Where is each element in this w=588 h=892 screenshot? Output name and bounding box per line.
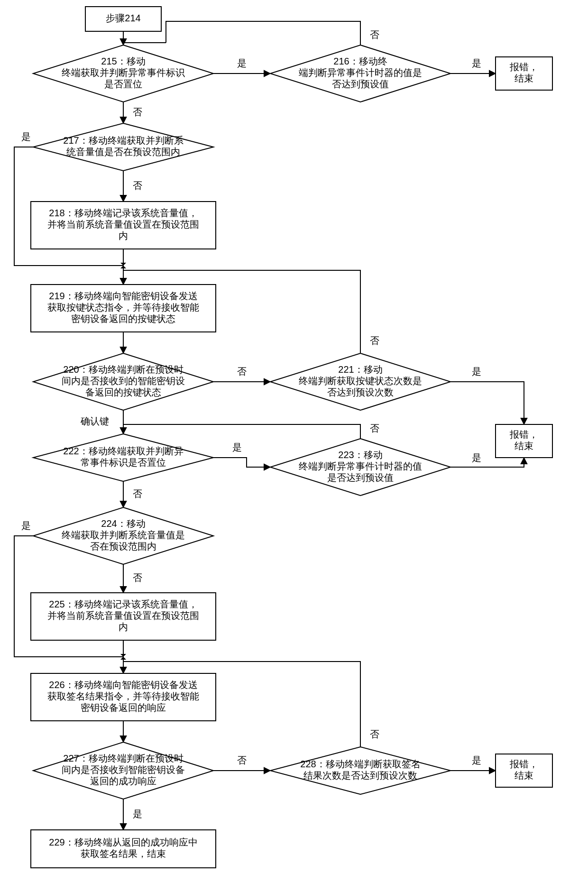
flow-text-n228-line1: 结果次数是否达到预设次数	[303, 770, 417, 781]
flow-edge-label-20: 否	[133, 488, 142, 499]
flow-text-n224-line1: 终端获取并判断系统音量值是	[62, 530, 185, 540]
flow-text-n217-line0: 217：移动终端获取并判断系	[63, 135, 183, 146]
flow-edge-label-6: 是	[21, 131, 31, 142]
flow-text-n218-line1: 并将当前系统音量值设置在预设范围	[47, 219, 199, 230]
flow-text-n219-line1: 获取按键状态指令，并等待接收智能	[47, 302, 199, 313]
flow-edge-label-7: 否	[133, 180, 142, 191]
flow-edge-label-21: 是	[21, 520, 31, 531]
flow-edge-label-1: 是	[237, 58, 247, 68]
flow-text-n221-line2: 否达到预设次数	[327, 387, 394, 397]
flow-text-n220-line0: 220：移动终端判断在预设时	[63, 364, 183, 375]
flow-edge-label-30: 是	[133, 809, 142, 819]
flow-edge-label-16: 是	[232, 442, 242, 452]
flow-edge-label-5: 否	[133, 107, 142, 117]
flow-text-n222-line1: 常事件标识是否置位	[81, 457, 166, 468]
flow-edge-label-27: 是	[472, 755, 481, 765]
flow-text-n215-line2: 是否置位	[104, 79, 142, 89]
flow-text-n218-line2: 内	[119, 230, 128, 241]
flow-text-n216-line0: 216：移动终	[333, 56, 387, 66]
flow-text-n224-line0: 224：移动	[101, 518, 145, 529]
flow-text-n216-line1: 端判断异常事件计时器的值是	[299, 67, 422, 78]
flow-text-err1-line1: 结束	[514, 73, 533, 83]
flow-text-n220-line2: 备返回的按键状态	[85, 387, 161, 397]
flow-text-n223-line2: 是否达到预设值	[327, 472, 394, 483]
flow-edge-label-17: 是	[472, 452, 481, 463]
flow-text-n229-line1: 获取签名结果，结束	[81, 848, 166, 859]
flow-text-n225-line0: 225：移动终端记录该系统音量值，	[49, 599, 197, 609]
flow-text-n225-line1: 并将当前系统音量值设置在预设范围	[47, 610, 199, 621]
flow-text-n227-line1: 间内是否接收到智能密钥设备	[62, 764, 185, 775]
flow-text-n225-line2: 内	[119, 622, 128, 632]
flow-edge-label-2: 是	[472, 58, 481, 68]
flow-edge-label-26: 否	[237, 755, 247, 765]
flow-text-n229-line0: 229：移动终端从返回的成功响应中	[49, 837, 197, 847]
flow-edge-3	[166, 21, 360, 45]
flow-text-n219-line0: 219：移动终端向智能密钥设备发送	[49, 291, 197, 301]
flow-text-n216-line2: 否达到预设值	[332, 79, 389, 89]
flow-edge-17	[450, 458, 524, 467]
flow-text-n214-line0: 步骤214	[106, 13, 140, 23]
flow-text-n215-line1: 终端获取并判断异常事件标识	[62, 67, 185, 78]
flow-text-n219-line2: 密钥设备返回的按键状态	[71, 313, 175, 324]
flow-text-n217-line1: 统音量值是否在预设范围内	[66, 147, 180, 157]
flow-text-n226-line2: 密钥设备返回的响应	[81, 702, 166, 713]
flow-edge-label-13: 否	[370, 335, 379, 346]
flow-text-n224-line2: 否在预设范围内	[90, 541, 156, 552]
flow-text-n227-line2: 返回的成功响应	[90, 776, 156, 786]
flow-edge-label-18: 否	[370, 423, 379, 433]
flow-edge-label-22: 否	[133, 572, 142, 583]
flow-edge-label-15: 确认键	[80, 416, 109, 426]
flow-text-err3-line1: 结束	[514, 770, 533, 781]
flow-text-n218-line0: 218：移动终端记录该系统音量值，	[49, 208, 197, 218]
flow-text-n228-line0: 228：移动终端判断获取签名	[300, 759, 420, 769]
flow-text-n220-line1: 间内是否接收到的智能密钥设	[62, 376, 185, 386]
flow-edge-label-3: 否	[370, 29, 379, 40]
flow-edge-label-11: 否	[237, 366, 247, 377]
flow-edge-label-12: 是	[472, 366, 481, 377]
flow-text-err2-line1: 结束	[514, 441, 533, 451]
flow-text-n215-line0: 215：移动	[101, 56, 145, 66]
flow-text-n222-line0: 222：移动终端获取并判断异	[63, 446, 183, 456]
flow-text-err1-line0: 报错，	[509, 62, 538, 72]
flow-text-n226-line1: 获取签名结果指令，并等待接收智能	[47, 691, 199, 701]
flow-edge-12	[450, 382, 524, 424]
flow-text-n226-line0: 226：移动终端向智能密钥设备发送	[49, 680, 197, 690]
flow-text-n227-line0: 227：移动终端判断在预设时	[63, 753, 183, 763]
flow-edge-16	[213, 458, 270, 467]
flow-text-n221-line0: 221：移动	[338, 364, 382, 375]
flow-text-n223-line1: 终端判断异常事件计时器的值	[299, 461, 422, 471]
flow-text-err2-line0: 报错，	[509, 429, 538, 440]
flowchart-diagram: 步骤214215：移动终端获取并判断异常事件标识是否置位216：移动终端判断异常…	[0, 0, 588, 892]
flow-text-n221-line1: 终端判断获取按键状态次数是	[299, 376, 422, 386]
flow-text-err3-line0: 报错，	[509, 759, 538, 769]
flow-edge-label-28: 否	[370, 729, 379, 739]
flow-edge-18	[180, 424, 360, 439]
flow-text-n223-line0: 223：移动	[338, 450, 382, 460]
